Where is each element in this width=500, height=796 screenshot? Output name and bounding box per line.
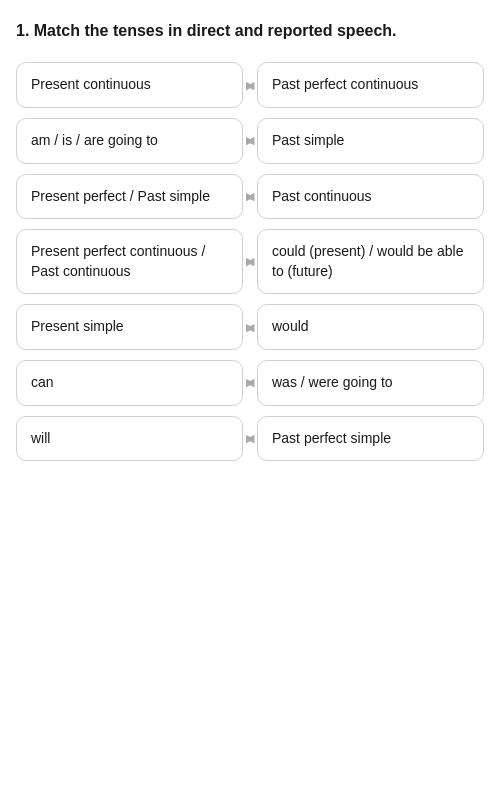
left-card-text-2: am / is / are going to <box>16 118 243 164</box>
right-card-6: ◀ was / were going to <box>257 360 484 406</box>
arrow-icon-left-2: ◀ <box>246 134 254 147</box>
arrow-icon-left-6: ◀ <box>246 376 254 389</box>
right-card-text-5: would <box>257 304 484 350</box>
left-card-text-6: can <box>16 360 243 406</box>
left-card-1: Present continuous ▶ <box>16 62 243 108</box>
arrow-left-2: ◀ <box>243 134 257 148</box>
arrow-icon-left-4: ◀ <box>246 255 254 268</box>
right-card-1: ◀ Past perfect continuous <box>257 62 484 108</box>
left-card-5: Present simple ▶ <box>16 304 243 350</box>
left-card-text-4: Present perfect continuous / Past contin… <box>16 229 243 294</box>
right-card-5: ◀ would <box>257 304 484 350</box>
arrow-left-6: ◀ <box>243 376 257 390</box>
left-card-2: am / is / are going to ▶ <box>16 118 243 164</box>
arrow-left-3: ◀ <box>243 189 257 203</box>
left-card-3: Present perfect / Past simple ▶ <box>16 174 243 220</box>
right-card-text-3: Past continuous <box>257 174 484 220</box>
left-card-7: will ▶ <box>16 416 243 462</box>
arrow-left-5: ◀ <box>243 320 257 334</box>
arrow-icon-left-7: ◀ <box>246 432 254 445</box>
right-card-text-6: was / were going to <box>257 360 484 406</box>
right-card-text-7: Past perfect simple <box>257 416 484 462</box>
left-card-4: Present perfect continuous / Past contin… <box>16 229 243 294</box>
right-card-3: ◀ Past continuous <box>257 174 484 220</box>
right-card-7: ◀ Past perfect simple <box>257 416 484 462</box>
left-card-text-1: Present continuous <box>16 62 243 108</box>
arrow-icon-left-3: ◀ <box>246 190 254 203</box>
left-column: Present continuous ▶ am / is / are going… <box>16 62 243 461</box>
arrow-left-4: ◀ <box>243 255 257 269</box>
question-title: 1. Match the tenses in direct and report… <box>16 20 484 42</box>
right-column: ◀ Past perfect continuous ◀ Past simple … <box>257 62 484 461</box>
right-card-4: ◀ could (present) / would be able to (fu… <box>257 229 484 294</box>
left-card-text-3: Present perfect / Past simple <box>16 174 243 220</box>
arrow-icon-left-5: ◀ <box>246 321 254 334</box>
arrow-left-7: ◀ <box>243 431 257 445</box>
arrow-icon-left-1: ◀ <box>246 79 254 92</box>
right-card-text-1: Past perfect continuous <box>257 62 484 108</box>
arrow-left-1: ◀ <box>243 78 257 92</box>
left-card-6: can ▶ <box>16 360 243 406</box>
right-card-text-4: could (present) / would be able to (futu… <box>257 229 484 294</box>
right-card-text-2: Past simple <box>257 118 484 164</box>
right-card-2: ◀ Past simple <box>257 118 484 164</box>
left-card-text-7: will <box>16 416 243 462</box>
left-card-text-5: Present simple <box>16 304 243 350</box>
